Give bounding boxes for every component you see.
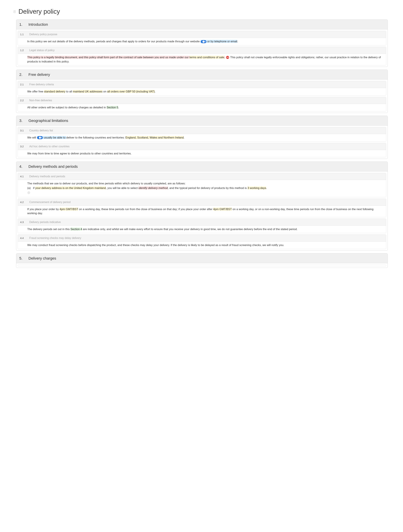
sub-num: 3.1 <box>20 129 25 133</box>
section-title: Introduction <box>28 22 48 27</box>
section-header[interactable]: 4. Delivery methods and periods <box>16 162 388 171</box>
sub-title: Fraud screening checks may delay deliver… <box>29 236 81 240</box>
document-icon <box>13 10 16 13</box>
text: All other orders will be subject to deli… <box>27 106 107 109</box>
text-hl[interactable]: standard delivery <box>44 90 65 93</box>
section-num: 1. <box>19 22 24 27</box>
subsection-4-2: 4.2 Commencement of delivery period If y… <box>18 199 386 217</box>
text-hl[interactable]: mainland UK addresses <box>73 90 102 93</box>
subsection-body: The delivery periods set out in this Sec… <box>18 226 386 233</box>
text: . <box>266 186 267 190</box>
text: are indicative only, and whilst we will … <box>82 228 297 231</box>
subsection-header[interactable]: 4.1 Delivery methods and periods <box>18 173 386 180</box>
subsection-header[interactable]: 1.2 Legal status of policy <box>18 47 386 54</box>
subsection-header[interactable]: 2.2 Non-free deliveries <box>18 97 386 104</box>
text-hl[interactable]: 4pm GMT/BST <box>60 208 78 211</box>
text: , you will be able to select <box>106 186 139 190</box>
list-item-a: (a) if your delivery address is on the U… <box>27 186 384 190</box>
toggle-phrase[interactable]: usually be able to <box>37 136 66 139</box>
svg-rect-3 <box>28 192 30 193</box>
toggle-icon[interactable] <box>201 40 206 43</box>
sub-title: Free delivery criteria <box>29 82 54 87</box>
section-num: 3. <box>19 118 24 123</box>
text: deliver to the following countries and t… <box>66 136 125 139</box>
text: In this policy we set out details of the… <box>27 40 201 43</box>
subsection-2-2: 2.2 Non-free deliveries All other orders… <box>18 97 386 111</box>
subsection-1-1: 1.1 Delivery policy purpose In this poli… <box>18 31 386 45</box>
text-hl[interactable]: identify delivery method <box>139 186 168 190</box>
subsection-header[interactable]: 1.1 Delivery policy purpose <box>18 31 386 38</box>
text-hl[interactable]: 3 working days <box>248 186 266 190</box>
text: The delivery periods set out in this <box>27 228 70 231</box>
subsection-4-1: 4.1 Delivery methods and periods The met… <box>18 173 386 197</box>
text: , and the typical period for delivery of… <box>168 186 248 190</box>
sub-num: 4.2 <box>20 200 25 204</box>
toggle-phrase[interactable]: or by telephone or email <box>201 40 237 43</box>
text: If you place your order by <box>27 208 60 211</box>
subsection-body: In this policy we set out details of the… <box>18 38 386 45</box>
text: The methods that we use to deliver our p… <box>27 181 384 186</box>
subsection-3-1: 3.1 Country delivery list We will usuall… <box>18 127 386 142</box>
subsection-header[interactable]: 2.1 Free delivery criteria <box>18 81 386 88</box>
section-header[interactable]: 2. Free delivery <box>16 70 388 80</box>
subsection-2-1: 2.1 Free delivery criteria We offer free… <box>18 81 386 95</box>
subsection-header[interactable]: 4.3 Delivery periods indicative <box>18 219 386 226</box>
sub-title: Delivery policy purpose <box>29 32 57 36</box>
sub-title: Country delivery list <box>29 128 53 133</box>
subsection-3-2: 3.2 Ad hoc delivery to other countries W… <box>18 143 386 158</box>
section-header[interactable]: 3. Geographical limitations <box>16 116 388 126</box>
subsection-body: If you place your order by 4pm GMT/BST o… <box>18 206 386 217</box>
sub-title: Delivery methods and periods <box>29 174 65 178</box>
or-badge-icon[interactable]: OR <box>226 56 229 59</box>
section-header[interactable]: 1. Introduction <box>16 20 388 29</box>
add-item-icon[interactable] <box>27 191 30 194</box>
subsection-4-4: 4.4 Fraud screening checks may delay del… <box>18 234 386 249</box>
subsection-5-placeholder <box>18 265 386 266</box>
sub-num: 4.1 <box>20 175 25 178</box>
section-header[interactable]: 5. Delivery charges <box>16 253 388 263</box>
text-hl[interactable]: your delivery address is on the United K… <box>35 186 106 190</box>
text: . <box>237 40 238 43</box>
text: . <box>155 90 156 93</box>
subsection-body: The methods that we use to deliver our p… <box>18 180 386 197</box>
sub-num: 4.4 <box>20 236 25 240</box>
section-title: Delivery methods and periods <box>28 164 78 169</box>
text-hl[interactable]: Section 5 <box>107 106 118 109</box>
subsection-body: We offer free standard delivery to all m… <box>18 88 386 95</box>
section-num: 4. <box>19 164 24 169</box>
subsection-header[interactable]: 4.4 Fraud screening checks may delay del… <box>18 235 386 242</box>
subsection-header[interactable]: 4.2 Commencement of delivery period <box>18 199 386 206</box>
list-content: if your delivery address is on the Unite… <box>33 186 267 190</box>
text: We may from time to time agree to delive… <box>27 152 132 155</box>
subsection-body: We will usually be able to deliver to th… <box>18 134 386 141</box>
section-1: 1. Introduction 1.1 Delivery policy purp… <box>16 19 388 67</box>
text: We offer free <box>27 90 44 93</box>
subsection-body: This policy is a legally binding documen… <box>18 54 386 65</box>
sub-title: Legal status of policy <box>29 48 55 52</box>
text-hl: . <box>224 56 225 59</box>
page-title: Delivery policy <box>19 7 60 16</box>
text-hl[interactable]: Section 4 <box>70 228 82 231</box>
text-hl[interactable]: 4pm GMT/BST <box>213 208 232 211</box>
text-hl[interactable]: England, Scotland, Wales and Northern Ir… <box>126 136 184 139</box>
sub-num: 2.1 <box>20 83 25 87</box>
section-title: Free delivery <box>28 72 50 77</box>
text-hl[interactable]: terms and conditions of sale <box>189 56 224 59</box>
section-title: Delivery charges <box>28 255 56 261</box>
section-num: 5. <box>19 255 24 261</box>
section-3: 3. Geographical limitations 3.1 Country … <box>16 116 388 159</box>
subsection-header[interactable]: 3.1 Country delivery list <box>18 127 386 134</box>
sub-title: Commencement of delivery period <box>29 200 71 204</box>
toggle-icon[interactable] <box>37 136 43 139</box>
text: to all <box>65 90 73 93</box>
text-hl[interactable]: all orders over GBP 50 (including VAT) <box>107 90 155 93</box>
text: if <box>33 186 35 190</box>
sub-num: 3.2 <box>20 145 25 148</box>
subsection-body: We may conduct fraud screening checks be… <box>18 242 386 249</box>
sub-title: Ad hoc delivery to other countries <box>29 145 69 148</box>
section-4: 4. Delivery methods and periods 4.1 Deli… <box>16 162 388 250</box>
section-5: 5. Delivery charges <box>16 253 388 268</box>
subsection-4-3: 4.3 Delivery periods indicative The deli… <box>18 219 386 233</box>
section-num: 2. <box>19 72 24 77</box>
subsection-header[interactable]: 3.2 Ad hoc delivery to other countries <box>18 143 386 150</box>
